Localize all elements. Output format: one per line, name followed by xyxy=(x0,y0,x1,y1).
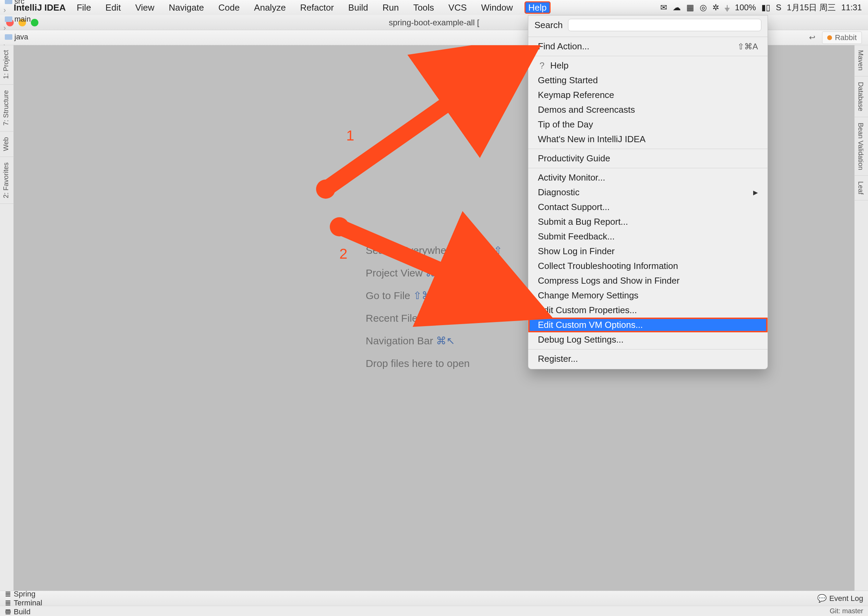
chevron-right-icon: › xyxy=(2,24,7,32)
status-icon: ▭ xyxy=(5,607,11,615)
welcome-hint: Navigation Bar ⌘↖ xyxy=(366,330,503,352)
breadcrumb-item[interactable]: java xyxy=(2,33,94,41)
help-menu-item[interactable]: Contact Support... xyxy=(528,200,767,214)
help-menu-item[interactable]: Debug Log Settings... xyxy=(528,332,767,347)
menu-vcs[interactable]: VCS xyxy=(446,2,469,13)
run-config-chip[interactable]: Rabbit xyxy=(822,31,862,44)
menu-analyze[interactable]: Analyze xyxy=(251,2,289,13)
left-tool-rail[interactable]: 1: Project7: StructureWeb2: Favorites xyxy=(0,45,14,591)
help-menu-item[interactable]: Demos and Screencasts xyxy=(528,102,767,117)
bottom-tool-button[interactable]: ≣Build xyxy=(5,607,74,616)
help-menu-item[interactable]: Register... xyxy=(528,352,767,366)
menu-separator xyxy=(528,56,767,56)
svg-point-1 xyxy=(316,179,335,199)
help-menu-item[interactable]: Show Log in Finder xyxy=(528,244,767,259)
right-tool-rail[interactable]: MavenDatabaseBean ValidationLeaf xyxy=(854,45,868,591)
folder-icon xyxy=(5,0,13,4)
shortcut-label: ⇧⌘A xyxy=(737,42,758,51)
menu-edit[interactable]: Edit xyxy=(103,2,124,13)
help-menu-item[interactable]: Edit Custom Properties... xyxy=(528,303,767,317)
welcome-hint: Search Everywhere Double ⇧ xyxy=(366,239,503,262)
menubar-time: 11:31 xyxy=(841,3,862,13)
annotation-number-1: 1 xyxy=(346,127,354,144)
tool-window-tab[interactable]: Database xyxy=(855,77,866,116)
tray-icon: ☁ xyxy=(673,3,681,13)
help-menu-item[interactable]: ?Help xyxy=(528,58,767,73)
tool-window-tab[interactable]: Leaf xyxy=(855,176,866,200)
help-menu-item[interactable]: Getting Started xyxy=(528,73,767,88)
help-icon: ? xyxy=(538,60,546,71)
tray-icon: S xyxy=(776,3,781,13)
wifi-icon: ⏚ xyxy=(725,3,729,13)
battery-icon: ▮▯ xyxy=(761,3,770,13)
bottom-tool-button[interactable]: ≣Spring xyxy=(5,589,74,599)
help-menu-item[interactable]: What's New in IntelliJ IDEA xyxy=(528,132,767,147)
welcome-hint: Recent Files ⌘E xyxy=(366,307,503,330)
run-config-icon xyxy=(827,35,832,40)
tool-icon: ≣ xyxy=(5,599,11,607)
git-branch[interactable]: Git: master xyxy=(830,607,863,615)
menu-refactor[interactable]: Refactor xyxy=(298,2,337,13)
help-menu-item[interactable]: Keymap Reference xyxy=(528,88,767,102)
menu-run[interactable]: Run xyxy=(380,2,402,13)
status-bar: ▭ Git: master xyxy=(0,606,868,616)
event-log-button[interactable]: 💬 Event Log xyxy=(817,594,863,603)
bottom-tool-strip: ≣6: TODO≣9: Version Control≣Spring≣Termi… xyxy=(0,591,868,606)
run-config-label: Rabbit xyxy=(835,33,857,42)
event-log-icon: 💬 xyxy=(817,594,827,603)
breadcrumb-item[interactable]: main xyxy=(2,15,94,24)
back-icon[interactable]: ↩ xyxy=(808,33,817,42)
battery-percent: 100% xyxy=(735,3,756,13)
help-menu-item[interactable]: Change Memory Settings xyxy=(528,288,767,303)
help-menu-item[interactable]: Collect Troubleshooting Information xyxy=(528,259,767,273)
help-menu-item[interactable]: Productivity Guide xyxy=(528,151,767,166)
tray-icon: ✉ xyxy=(660,3,667,13)
menu-window[interactable]: Window xyxy=(479,2,515,13)
tool-icon: ≣ xyxy=(5,589,11,599)
tool-window-tab[interactable]: 7: Structure xyxy=(0,85,12,130)
window-title: spring-boot-example-all [ xyxy=(389,18,479,27)
welcome-hint: Project View ⌘1 xyxy=(366,262,503,284)
menu-separator xyxy=(528,349,767,349)
help-menu-item[interactable]: Tip of the Day xyxy=(528,117,767,132)
menubar-date: 1月15日 周三 xyxy=(787,2,836,13)
tool-window-tab[interactable]: 2: Favorites xyxy=(0,157,12,203)
menu-build[interactable]: Build xyxy=(345,2,371,13)
help-menu-item[interactable]: Diagnostic xyxy=(528,185,767,200)
chevron-right-icon: › xyxy=(2,6,7,14)
tool-window-tab[interactable]: Web xyxy=(0,132,12,156)
help-search-label: Search xyxy=(534,20,562,30)
svg-line-0 xyxy=(326,52,521,189)
help-menu-item[interactable]: Compress Logs and Show in Finder xyxy=(528,273,767,288)
tray-icon: ▦ xyxy=(686,3,694,13)
help-menu-item[interactable]: Activity Monitor... xyxy=(528,170,767,185)
help-menu-item[interactable]: Submit Feedback... xyxy=(528,229,767,244)
svg-point-3 xyxy=(330,217,349,236)
menu-tools[interactable]: Tools xyxy=(410,2,437,13)
menu-help[interactable]: Help xyxy=(525,2,550,14)
menu-code[interactable]: Code xyxy=(216,2,243,13)
annotation-number-2: 2 xyxy=(339,246,347,262)
tool-window-tab[interactable]: 1: Project xyxy=(0,45,12,83)
mac-menubar: IntelliJ IDEA FileEditViewNavigateCodeAn… xyxy=(0,0,868,15)
folder-icon xyxy=(5,34,13,40)
welcome-hint: Drop files here to open xyxy=(366,352,503,375)
welcome-hint: Go to File ⇧⌘N xyxy=(366,284,503,307)
menu-navigate[interactable]: Navigate xyxy=(166,2,207,13)
welcome-hints: Search Everywhere Double ⇧Project View ⌘… xyxy=(366,239,503,375)
tool-window-tab[interactable]: Bean Validation xyxy=(855,118,866,175)
folder-icon xyxy=(5,16,13,22)
tray-icon: ✲ xyxy=(712,3,719,13)
tray-icon: ◎ xyxy=(700,3,707,13)
help-menu-item[interactable]: Find Action...⇧⌘A xyxy=(528,39,767,54)
help-search-input[interactable] xyxy=(568,19,761,31)
menu-view[interactable]: View xyxy=(132,2,157,13)
bottom-tool-button[interactable]: ≣Terminal xyxy=(5,599,74,607)
system-tray: ✉ ☁ ▦ ◎ ✲ ⏚ 100% ▮▯ S 1月15日 周三 11:31 xyxy=(660,2,862,13)
tool-window-tab[interactable]: Maven xyxy=(855,45,866,75)
menu-separator xyxy=(528,149,767,149)
help-menu-item[interactable]: Submit a Bug Report... xyxy=(528,214,767,229)
help-menu-item[interactable]: Edit Custom VM Options... xyxy=(528,317,767,332)
help-dropdown-menu[interactable]: Search Find Action...⇧⌘A?HelpGetting Sta… xyxy=(528,15,768,369)
breadcrumb-item[interactable]: src xyxy=(2,0,94,6)
